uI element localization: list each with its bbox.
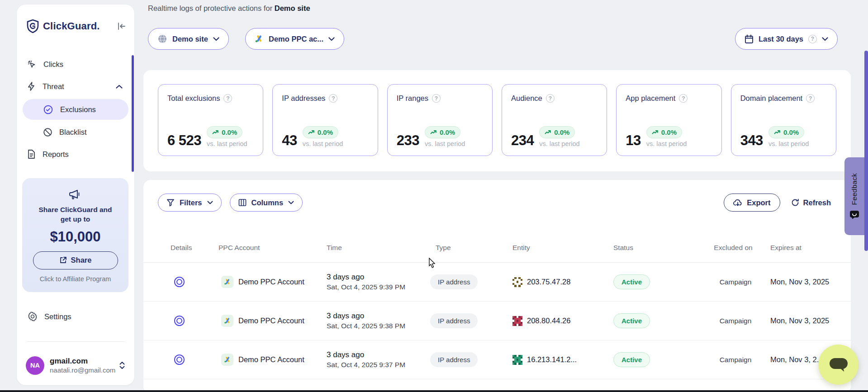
- window-bottom-edge: [0, 390, 868, 392]
- sidebar-item-label: Reports: [43, 150, 69, 159]
- chevron-down-icon: [207, 201, 213, 204]
- stats-panel: Total exclusions ? 6 523 0.0% vs. last p…: [143, 70, 851, 171]
- site-selector[interactable]: Demo site: [148, 28, 229, 50]
- affiliate-promo-card[interactable]: Share ClickGuard and get up to $10,000 S…: [22, 178, 128, 292]
- stat-card-title: Total exclusions: [167, 94, 220, 103]
- entity-value: 208.80.44.26: [527, 316, 570, 325]
- site-selector-value: Demo site: [172, 35, 208, 43]
- feedback-tab[interactable]: Feedback: [844, 157, 864, 235]
- time-relative: 3 days ago: [327, 273, 430, 282]
- sidebar-item-reports[interactable]: Reports: [17, 144, 134, 164]
- sidebar-nav: Clicks Threat Exclusions Blacklist Repor…: [17, 54, 134, 164]
- account-name: gmail.com: [50, 357, 115, 366]
- date-range-selector[interactable]: Last 30 days ?: [735, 28, 838, 50]
- excluded-on-value: Campaign: [708, 317, 763, 325]
- help-icon[interactable]: ?: [329, 94, 337, 103]
- ppc-account-selector[interactable]: Demo PPC ac...: [245, 28, 344, 50]
- trend-badge: 0.0%: [425, 126, 460, 138]
- stat-card-title: Domain placement: [740, 94, 803, 103]
- table-row[interactable]: Demo PPC Account 3 days ago Sat, Oct 4, …: [143, 340, 851, 379]
- trend-value: 0.0%: [318, 128, 333, 136]
- trend-up-icon: [308, 130, 315, 135]
- filters-button[interactable]: Filters: [158, 194, 222, 212]
- refresh-icon: [791, 198, 799, 207]
- account-menu[interactable]: NA gmail.com naatali.ro@gmail.com: [22, 354, 129, 377]
- chat-bubble-icon: [829, 357, 849, 373]
- column-header: Status: [610, 243, 708, 252]
- sidebar-item-blacklist[interactable]: Blacklist: [17, 122, 134, 142]
- expires-at-value: Mon, Nov 3, 2025: [763, 316, 844, 325]
- stat-card-value: 43: [282, 133, 297, 147]
- refresh-button[interactable]: Refresh: [791, 198, 831, 207]
- type-badge: IP address: [430, 313, 478, 328]
- expires-at-value: Mon, Nov 3, 2025: [763, 278, 844, 286]
- sidebar-item-label: Exclusions: [60, 105, 96, 114]
- time-relative: 3 days ago: [327, 350, 430, 359]
- columns-icon: [238, 198, 247, 207]
- sidebar-divider: [27, 341, 124, 342]
- view-details-icon[interactable]: [174, 277, 185, 287]
- trend-caption: vs. last period: [646, 140, 687, 147]
- logo-text: ClickGuard.: [43, 20, 100, 32]
- table-row[interactable]: Demo PPC Account 3 days ago Sat, Oct 4, …: [143, 262, 851, 301]
- sidebar-item-exclusions[interactable]: Exclusions: [23, 99, 128, 120]
- share-button[interactable]: Share: [33, 251, 118, 269]
- trend-caption: vs. last period: [539, 140, 579, 147]
- chat-launcher-button[interactable]: [818, 345, 859, 385]
- trend-badge: 0.0%: [207, 126, 242, 138]
- trend-badge: 0.0%: [303, 126, 338, 138]
- chevron-up-down-icon: [119, 361, 125, 369]
- refresh-label: Refresh: [803, 198, 831, 207]
- help-icon[interactable]: ?: [806, 94, 815, 103]
- export-button[interactable]: Export: [724, 194, 780, 212]
- page-scrollbar-thumb[interactable]: [864, 51, 868, 251]
- column-header: Time: [327, 243, 430, 252]
- help-icon[interactable]: ?: [679, 94, 688, 103]
- stat-card-value: 234: [511, 133, 534, 147]
- chevron-down-icon: [822, 37, 828, 41]
- google-ads-icon: [221, 354, 233, 366]
- sidebar-item-settings[interactable]: Settings: [17, 307, 134, 326]
- columns-label: Columns: [251, 198, 284, 207]
- chevron-up-icon: [116, 85, 123, 89]
- help-icon[interactable]: ?: [432, 94, 441, 103]
- stat-card: Audience ? 234 0.0% vs. last period: [502, 84, 607, 156]
- gear-icon: [28, 312, 38, 321]
- ban-icon: [43, 128, 52, 137]
- trend-badge: 0.0%: [646, 126, 682, 138]
- sidebar-item-label: Blacklist: [59, 128, 87, 137]
- ppc-account-name: Demo PPC Account: [238, 278, 304, 286]
- trend-caption: vs. last period: [425, 140, 465, 147]
- cloud-download-icon: [733, 198, 742, 207]
- column-header: Details: [157, 243, 218, 252]
- sidebar-item-threat[interactable]: Threat: [17, 76, 134, 96]
- stat-card-value: 13: [626, 133, 640, 147]
- help-icon[interactable]: ?: [546, 94, 555, 103]
- stat-card-title: IP addresses: [282, 94, 325, 103]
- trend-value: 0.0%: [661, 128, 677, 136]
- sidebar-collapse-icon[interactable]: [117, 22, 126, 30]
- trend-value: 0.0%: [783, 128, 799, 136]
- help-icon[interactable]: ?: [223, 94, 232, 103]
- trend-up-icon: [774, 130, 781, 135]
- badge-check-icon: [43, 104, 53, 115]
- view-details-icon[interactable]: [174, 354, 185, 365]
- promo-amount: $10,000: [22, 229, 128, 245]
- table-row[interactable]: Demo PPC Account 3 days ago Sat, Oct 4, …: [143, 301, 851, 340]
- trend-caption: vs. last period: [303, 140, 343, 147]
- page-subtitle: Realtime logs of protective actions for …: [148, 4, 310, 13]
- view-details-icon[interactable]: [174, 316, 185, 326]
- main-content: Realtime logs of protective actions for …: [143, 0, 851, 392]
- columns-button[interactable]: Columns: [230, 194, 303, 212]
- sidebar: ClickGuard. Clicks Threat Exclusions Bla…: [17, 5, 134, 385]
- stat-card: IP addresses ? 43 0.0% vs. last period: [272, 84, 378, 156]
- sidebar-item-clicks[interactable]: Clicks: [17, 54, 134, 74]
- entity-identicon: [512, 355, 522, 365]
- chevron-down-icon: [328, 37, 335, 41]
- trend-badge: 0.0%: [539, 126, 575, 138]
- google-ads-icon: [221, 315, 233, 327]
- help-icon[interactable]: ?: [808, 35, 817, 43]
- stat-card: App placement ? 13 0.0% vs. last period: [616, 84, 721, 156]
- sidebar-scrollbar-thumb[interactable]: [132, 55, 134, 172]
- trend-value: 0.0%: [222, 128, 237, 136]
